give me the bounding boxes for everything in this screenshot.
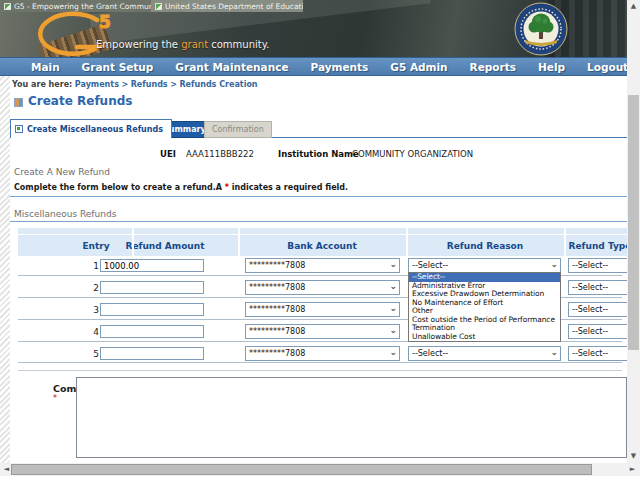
- institution-name-value: COMMUNITY ORGANIZATION: [352, 149, 473, 159]
- select-value: --Select--: [572, 305, 608, 314]
- dropdown-option-no-maintenance-of-effort[interactable]: No Maintenance of Effort: [409, 299, 560, 308]
- main-nav-bar: Main Grant Setup Grant Maintenance Payme…: [0, 57, 627, 76]
- uei-label: UEI: [160, 149, 176, 159]
- vertical-scrollbar-thumb[interactable]: [628, 95, 639, 350]
- window-tab-title: United States Department of Education: [165, 2, 303, 11]
- select-value: --Select--: [572, 327, 608, 336]
- column-separator: [564, 228, 566, 256]
- nav-item-main[interactable]: Main: [20, 61, 71, 73]
- tab-confirmation: Confirmation: [204, 121, 272, 138]
- form-instruction: Complete the form below to create a refu…: [14, 183, 348, 192]
- table-bottom-divider: [18, 370, 622, 371]
- window-tab-title: G5 - Empowering the Grant Community: [14, 2, 151, 11]
- g5-logo-icon: [30, 11, 104, 57]
- breadcrumb-label: You are here:: [12, 80, 72, 89]
- page-margin-decoration: [0, 76, 10, 463]
- window-tab-ed[interactable]: United States Department of Education: [151, 0, 303, 12]
- dropdown-option-unallowable-cost[interactable]: Unallowable Cost: [409, 333, 560, 342]
- dropdown-option-other[interactable]: Other: [409, 307, 560, 316]
- select-value: *********7808: [249, 349, 305, 358]
- breadcrumb-link-refunds[interactable]: Refunds: [131, 80, 168, 89]
- select-value: --Select--: [412, 261, 448, 270]
- chevron-down-icon: ⌄: [550, 259, 558, 269]
- column-header-entry: Entry: [82, 241, 109, 251]
- divider: [10, 221, 628, 222]
- refund-amount-input-4[interactable]: [100, 325, 204, 338]
- column-header-bank-account: Bank Account: [287, 241, 356, 251]
- refund-amount-input-1[interactable]: [100, 259, 204, 272]
- comments-textarea[interactable]: [76, 377, 627, 458]
- dropdown-option-select[interactable]: --Select--: [409, 273, 560, 282]
- breadcrumb-separator: >: [170, 80, 177, 89]
- vertical-scrollbar[interactable]: ▲ ▼: [627, 0, 640, 463]
- column-header-refund-reason: Refund Reason: [447, 241, 523, 251]
- page-title-icon: [14, 98, 23, 107]
- tab-label: Create Miscellaneous Refunds: [27, 125, 163, 134]
- refund-reason-select-5[interactable]: --Select--⌄: [408, 346, 561, 361]
- bank-account-select-5[interactable]: *********7808⌄: [245, 346, 400, 361]
- refund-amount-input-5[interactable]: [100, 347, 204, 360]
- select-value: *********7808: [249, 305, 305, 314]
- tagline-text: Empowering the: [96, 39, 181, 50]
- nav-item-g5-admin[interactable]: G5 Admin: [379, 61, 458, 73]
- select-value: --Select--: [572, 261, 608, 270]
- horizontal-scrollbar[interactable]: ◄ ►: [0, 463, 640, 476]
- scroll-up-icon[interactable]: ▲: [627, 0, 640, 13]
- refund-amount-input-3[interactable]: [100, 303, 204, 316]
- refund-reason-select-1[interactable]: --Select--⌄: [408, 258, 561, 273]
- dropdown-option-excessive-drawdown-determination[interactable]: Excessive Drawdown Determination: [409, 290, 560, 299]
- scroll-down-icon[interactable]: ▼: [627, 450, 640, 463]
- miscellaneous-refunds-heading: Miscellaneous Refunds: [14, 209, 116, 219]
- column-separator: [132, 228, 134, 256]
- banner-tagline: Empowering the grant community.: [96, 39, 269, 50]
- nav-item-grant-maintenance[interactable]: Grant Maintenance: [164, 61, 299, 73]
- create-new-refund-heading: Create A New Refund: [14, 167, 110, 177]
- breadcrumb-link-payments[interactable]: Payments: [75, 80, 119, 89]
- uei-value: AAA111BBB222: [186, 149, 254, 159]
- chevron-down-icon: ⌄: [389, 303, 397, 313]
- breadcrumb: You are here: Payments > Refunds > Refun…: [12, 80, 258, 89]
- entry-number: 2: [93, 283, 99, 293]
- instruction-text: indicates a required field.: [229, 183, 348, 192]
- select-value: --Select--: [412, 349, 448, 358]
- dropdown-option-cost-outside-period-of-performance[interactable]: Cost outside the Period of Performance: [409, 316, 560, 325]
- column-separator: [238, 228, 240, 256]
- bank-account-select-4[interactable]: *********7808⌄: [245, 324, 400, 339]
- bank-account-select-1[interactable]: *********7808⌄: [245, 258, 400, 273]
- nav-item-grant-setup[interactable]: Grant Setup: [71, 61, 165, 73]
- entry-number: 3: [93, 305, 99, 315]
- select-value: --Select--: [572, 349, 608, 358]
- nav-item-payments[interactable]: Payments: [300, 61, 380, 73]
- divider: [10, 196, 628, 197]
- g5-logo-numeral: 5: [99, 12, 111, 32]
- page-icon: [4, 3, 11, 10]
- chevron-down-icon: ⌄: [389, 325, 397, 335]
- instruction-text: Complete the form below to create a refu…: [14, 183, 225, 192]
- column-header-refund-amount: Refund Amount: [126, 241, 205, 251]
- breadcrumb-link-refunds-creation[interactable]: Refunds Creation: [179, 80, 257, 89]
- entry-number: 4: [93, 327, 99, 337]
- page-title: Create Refunds: [28, 94, 132, 108]
- select-value: *********7808: [249, 327, 305, 336]
- bank-account-select-2[interactable]: *********7808⌄: [245, 280, 400, 295]
- tab-create-miscellaneous-refunds[interactable]: Create Miscellaneous Refunds: [10, 119, 172, 138]
- dropdown-option-administrative-error[interactable]: Administrative Error: [409, 282, 560, 291]
- row-divider: [18, 362, 622, 363]
- scroll-right-icon[interactable]: ►: [626, 463, 639, 476]
- bank-account-select-3[interactable]: *********7808⌄: [245, 302, 400, 317]
- g5-application-window: G5 - Empowering the Grant Community Unit…: [0, 0, 640, 480]
- horizontal-scrollbar-thumb[interactable]: [11, 464, 592, 475]
- table-header-band: [18, 228, 640, 234]
- required-marker: *: [53, 394, 57, 403]
- entry-number: 5: [93, 349, 99, 359]
- tab-icon: [15, 125, 23, 133]
- us-department-of-education-seal-icon: [505, 2, 577, 57]
- page-icon: [155, 3, 162, 10]
- nav-item-help[interactable]: Help: [527, 61, 576, 73]
- column-header-refund-type: Refund Type: [569, 241, 632, 251]
- entry-number: 1: [93, 261, 99, 271]
- dropdown-option-termination[interactable]: Termination: [409, 324, 560, 333]
- nav-item-reports[interactable]: Reports: [459, 61, 527, 73]
- tagline-text: community.: [208, 39, 269, 50]
- refund-amount-input-2[interactable]: [100, 281, 204, 294]
